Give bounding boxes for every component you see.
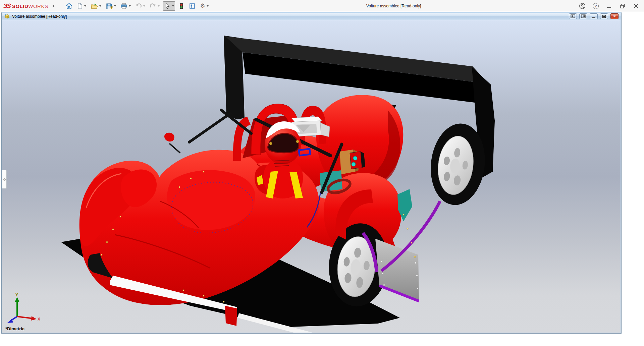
account-icon <box>579 3 586 9</box>
x-axis-label: X <box>38 317 40 322</box>
toolbar-file-properties-button[interactable] <box>188 1 197 11</box>
feature-tree-collapsed-tab[interactable] <box>2 170 7 189</box>
undo-icon <box>135 3 142 9</box>
toggle-left-pane-button[interactable] <box>569 13 577 19</box>
y-axis-arrow <box>15 297 19 302</box>
document-window-controls: ✕ <box>569 13 619 19</box>
toolbar-new-document-button[interactable] <box>76 1 87 11</box>
doc-minimize-button[interactable] <box>590 13 598 19</box>
app-window-controls: ? <box>579 0 639 12</box>
brand-name-light: WORKS <box>28 3 48 9</box>
doc-restore-icon <box>602 15 606 18</box>
minimize-icon <box>607 7 611 8</box>
document-title: Voiture assomblee [Read-only] <box>12 14 67 19</box>
print-icon <box>120 3 127 9</box>
minimize-button[interactable] <box>606 3 612 9</box>
collapsed-tab-handle-icon <box>3 178 6 181</box>
y-axis-label: Y <box>15 293 18 297</box>
left-mirror <box>164 133 180 153</box>
file-properties-icon <box>189 3 196 9</box>
help-button[interactable]: ? <box>592 3 599 9</box>
viewport-3d[interactable]: Y X *Dimetric <box>2 20 621 333</box>
dropdown-caret[interactable] <box>143 5 145 7</box>
view-orientation-label: *Dimetric <box>5 326 24 331</box>
app-window-title: Voiture assomblee [Read-only] <box>366 0 421 12</box>
toolbar-open-button[interactable] <box>90 1 102 11</box>
doc-close-icon: ✕ <box>613 14 616 18</box>
doc-restore-button[interactable] <box>600 13 608 19</box>
quick-access-toolbar: ⚙ <box>65 1 209 11</box>
right-pane-icon <box>581 14 586 18</box>
toolbar-redo-button[interactable] <box>149 1 161 11</box>
dropdown-caret[interactable] <box>84 5 86 7</box>
menu-expand-arrow-icon[interactable] <box>53 4 55 8</box>
solidworks-logo: ЗS SOLID WORKS <box>3 2 48 10</box>
new-document-icon <box>77 3 83 9</box>
restore-icon <box>620 3 626 9</box>
dropdown-caret[interactable] <box>129 5 131 7</box>
doc-close-button[interactable]: ✕ <box>610 13 619 19</box>
left-pane-icon <box>571 14 575 18</box>
account-button[interactable] <box>579 3 586 9</box>
rebuild-traffic-light-icon <box>178 3 184 9</box>
dropdown-caret[interactable] <box>207 5 209 7</box>
x-axis-arrow <box>31 316 37 321</box>
ds-logo-icon: ЗS <box>3 2 11 10</box>
toolbar-print-button[interactable] <box>119 1 132 11</box>
options-gear-icon: ⚙ <box>200 3 205 9</box>
redo-icon <box>150 3 156 9</box>
toolbar-rebuild-button[interactable] <box>177 1 185 11</box>
dropdown-caret[interactable] <box>172 5 174 7</box>
brand-name-bold: SOLID <box>12 3 28 9</box>
select-cursor-icon <box>164 3 171 9</box>
toolbar-save-button[interactable] <box>105 1 117 11</box>
model-render <box>2 20 621 333</box>
restore-button[interactable] <box>619 3 626 9</box>
document-title-bar[interactable]: Voiture assomblee [Read-only] ✕ <box>2 13 621 20</box>
mdi-area: Voiture assomblee [Read-only] ✕ <box>0 12 644 346</box>
toolbar-home-button[interactable] <box>65 1 73 11</box>
close-button[interactable] <box>633 3 639 9</box>
toggle-right-pane-button[interactable] <box>579 13 587 19</box>
close-icon <box>633 3 639 9</box>
open-folder-icon <box>91 3 98 9</box>
orientation-triad: Y X <box>4 293 41 325</box>
app-title-bar: ЗS SOLID WORKS <box>0 0 644 12</box>
assembly-document-icon <box>4 13 10 19</box>
toolbar-options-button[interactable]: ⚙ <box>199 2 209 10</box>
save-icon <box>106 3 113 9</box>
document-window: Voiture assomblee [Read-only] ✕ <box>2 12 621 333</box>
toolbar-undo-button[interactable] <box>134 1 146 11</box>
dropdown-caret[interactable] <box>114 5 116 7</box>
help-icon: ? <box>593 3 599 9</box>
dropdown-caret[interactable] <box>158 5 160 7</box>
doc-minimize-icon <box>592 15 596 18</box>
dropdown-caret[interactable] <box>99 5 101 7</box>
home-icon <box>66 3 72 9</box>
dash-buttons <box>350 152 365 169</box>
toolbar-select-button[interactable] <box>163 1 175 11</box>
